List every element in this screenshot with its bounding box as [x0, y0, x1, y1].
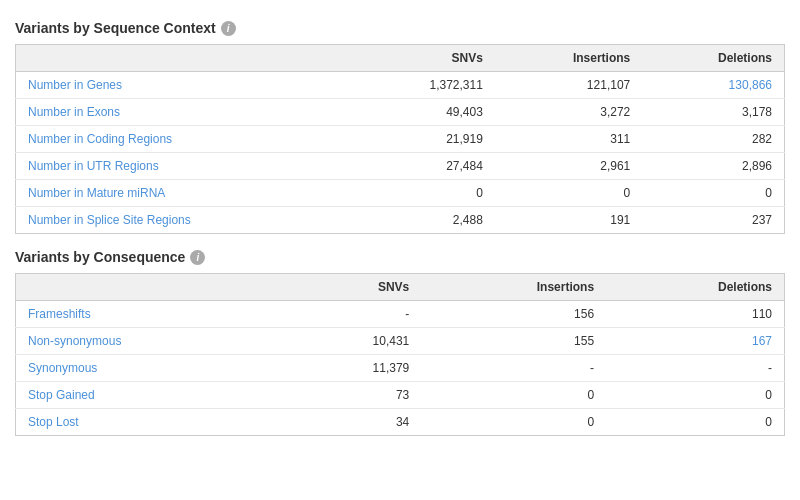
- row-deletions: 0: [606, 382, 784, 409]
- row-insertions: 311: [495, 126, 642, 153]
- row-deletions: 0: [642, 180, 784, 207]
- table-row: Stop Lost3400: [16, 409, 785, 436]
- row-insertions: 156: [421, 301, 606, 328]
- sequence-context-table: SNVs Insertions Deletions Number in Gene…: [15, 44, 785, 234]
- row-insertions: 121,107: [495, 72, 642, 99]
- table-row: Number in UTR Regions27,4842,9612,896: [16, 153, 785, 180]
- consequence-table: SNVs Insertions Deletions Frameshifts-15…: [15, 273, 785, 436]
- row-label: Stop Lost: [16, 409, 284, 436]
- row-label: Number in UTR Regions: [16, 153, 355, 180]
- row-deletions: 130,866: [642, 72, 784, 99]
- row-insertions: 155: [421, 328, 606, 355]
- table-row: Number in Coding Regions21,919311282: [16, 126, 785, 153]
- row-deletions: 110: [606, 301, 784, 328]
- row-snvs: 2,488: [355, 207, 495, 234]
- row-insertions: -: [421, 355, 606, 382]
- table-row: Frameshifts-156110: [16, 301, 785, 328]
- consequence-header-row: SNVs Insertions Deletions: [16, 274, 785, 301]
- row-insertions: 3,272: [495, 99, 642, 126]
- table-row: Number in Exons49,4033,2723,178: [16, 99, 785, 126]
- table-row: Number in Genes1,372,311121,107130,866: [16, 72, 785, 99]
- section2-title-text: Variants by Consequence: [15, 249, 185, 265]
- row-deletions: 167: [606, 328, 784, 355]
- row-snvs: 0: [355, 180, 495, 207]
- table-row: Non-synonymous10,431155167: [16, 328, 785, 355]
- row-label: Number in Mature miRNA: [16, 180, 355, 207]
- col-deletions-header: Deletions: [642, 45, 784, 72]
- sequence-context-header-row: SNVs Insertions Deletions: [16, 45, 785, 72]
- row-insertions: 2,961: [495, 153, 642, 180]
- col-insertions-header: Insertions: [495, 45, 642, 72]
- row-label: Number in Exons: [16, 99, 355, 126]
- col-insertions-header2: Insertions: [421, 274, 606, 301]
- row-label: Non-synonymous: [16, 328, 284, 355]
- col-snvs-header2: SNVs: [283, 274, 421, 301]
- row-snvs: 1,372,311: [355, 72, 495, 99]
- table-row: Synonymous11,379--: [16, 355, 785, 382]
- row-insertions: 0: [495, 180, 642, 207]
- col-label-header2: [16, 274, 284, 301]
- row-label: Frameshifts: [16, 301, 284, 328]
- row-deletions: 2,896: [642, 153, 784, 180]
- section1-title-text: Variants by Sequence Context: [15, 20, 216, 36]
- col-snvs-header: SNVs: [355, 45, 495, 72]
- row-label: Synonymous: [16, 355, 284, 382]
- table-row: Number in Mature miRNA000: [16, 180, 785, 207]
- row-insertions: 0: [421, 382, 606, 409]
- row-snvs: 73: [283, 382, 421, 409]
- section1-info-icon[interactable]: i: [221, 21, 236, 36]
- row-deletions: 282: [642, 126, 784, 153]
- section2-title: Variants by Consequence i: [15, 249, 785, 265]
- row-snvs: 11,379: [283, 355, 421, 382]
- row-snvs: -: [283, 301, 421, 328]
- row-snvs: 10,431: [283, 328, 421, 355]
- table-row: Number in Splice Site Regions2,488191237: [16, 207, 785, 234]
- row-label: Number in Genes: [16, 72, 355, 99]
- row-snvs: 21,919: [355, 126, 495, 153]
- row-snvs: 49,403: [355, 99, 495, 126]
- row-deletions: 237: [642, 207, 784, 234]
- row-deletions: -: [606, 355, 784, 382]
- table-row: Stop Gained7300: [16, 382, 785, 409]
- row-insertions: 191: [495, 207, 642, 234]
- row-deletions: 0: [606, 409, 784, 436]
- row-label: Number in Coding Regions: [16, 126, 355, 153]
- col-label-header: [16, 45, 355, 72]
- section2-info-icon[interactable]: i: [190, 250, 205, 265]
- row-snvs: 27,484: [355, 153, 495, 180]
- row-label: Stop Gained: [16, 382, 284, 409]
- row-deletions: 3,178: [642, 99, 784, 126]
- row-label: Number in Splice Site Regions: [16, 207, 355, 234]
- row-snvs: 34: [283, 409, 421, 436]
- row-insertions: 0: [421, 409, 606, 436]
- section1-title: Variants by Sequence Context i: [15, 20, 785, 36]
- col-deletions-header2: Deletions: [606, 274, 784, 301]
